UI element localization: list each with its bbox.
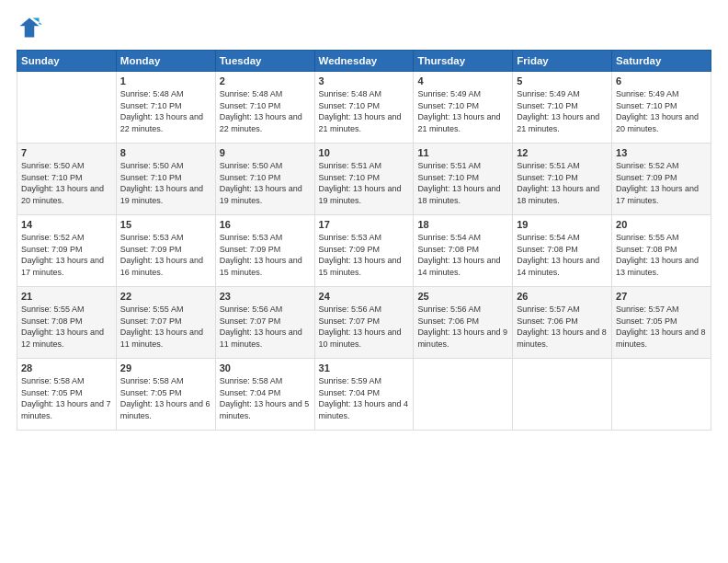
day-number: 3	[319, 75, 410, 86]
day-number: 19	[517, 219, 608, 230]
calendar-week-row: 1Sunrise: 5:48 AMSunset: 7:10 PMDaylight…	[17, 72, 711, 144]
day-number: 12	[517, 147, 608, 158]
day-number: 18	[417, 219, 508, 230]
calendar-cell: 15Sunrise: 5:53 AMSunset: 7:09 PMDayligh…	[116, 215, 215, 287]
day-info: Sunrise: 5:59 AMSunset: 7:04 PMDaylight:…	[319, 375, 410, 421]
day-number: 5	[517, 75, 608, 86]
day-number: 11	[417, 147, 508, 158]
day-number: 7	[21, 147, 112, 158]
day-info: Sunrise: 5:48 AMSunset: 7:10 PMDaylight:…	[220, 88, 311, 134]
svg-marker-0	[20, 18, 40, 38]
day-number: 4	[417, 75, 508, 86]
calendar-cell: 26Sunrise: 5:57 AMSunset: 7:06 PMDayligh…	[513, 287, 612, 359]
calendar-cell: 2Sunrise: 5:48 AMSunset: 7:10 PMDaylight…	[215, 72, 314, 144]
day-number: 16	[220, 219, 311, 230]
day-number: 30	[220, 362, 311, 373]
logo-icon	[17, 15, 42, 40]
calendar-cell: 5Sunrise: 5:49 AMSunset: 7:10 PMDaylight…	[513, 72, 612, 144]
logo	[17, 15, 46, 40]
weekday-header-cell: Friday	[513, 51, 612, 72]
calendar-cell: 14Sunrise: 5:52 AMSunset: 7:09 PMDayligh…	[17, 215, 117, 287]
calendar-cell: 25Sunrise: 5:56 AMSunset: 7:06 PMDayligh…	[414, 287, 513, 359]
calendar-cell: 13Sunrise: 5:52 AMSunset: 7:09 PMDayligh…	[612, 144, 711, 215]
day-info: Sunrise: 5:55 AMSunset: 7:08 PMDaylight:…	[21, 304, 112, 350]
day-info: Sunrise: 5:58 AMSunset: 7:05 PMDaylight:…	[21, 375, 112, 421]
calendar-week-row: 7Sunrise: 5:50 AMSunset: 7:10 PMDaylight…	[17, 144, 711, 215]
day-info: Sunrise: 5:52 AMSunset: 7:09 PMDaylight:…	[21, 232, 112, 278]
day-info: Sunrise: 5:53 AMSunset: 7:09 PMDaylight:…	[220, 232, 311, 278]
day-info: Sunrise: 5:56 AMSunset: 7:07 PMDaylight:…	[319, 304, 410, 350]
calendar-cell	[414, 359, 513, 431]
calendar-table: SundayMondayTuesdayWednesdayThursdayFrid…	[17, 50, 711, 431]
calendar-cell: 7Sunrise: 5:50 AMSunset: 7:10 PMDaylight…	[17, 144, 117, 215]
day-number: 17	[319, 219, 410, 230]
day-number: 29	[120, 362, 211, 373]
day-info: Sunrise: 5:53 AMSunset: 7:09 PMDaylight:…	[120, 232, 211, 278]
calendar-cell	[513, 359, 612, 431]
day-number: 25	[417, 291, 508, 302]
calendar-cell: 8Sunrise: 5:50 AMSunset: 7:10 PMDaylight…	[116, 144, 215, 215]
calendar-cell: 28Sunrise: 5:58 AMSunset: 7:05 PMDayligh…	[17, 359, 117, 431]
calendar-cell: 31Sunrise: 5:59 AMSunset: 7:04 PMDayligh…	[314, 359, 414, 431]
calendar-cell: 27Sunrise: 5:57 AMSunset: 7:05 PMDayligh…	[612, 287, 711, 359]
calendar-cell: 21Sunrise: 5:55 AMSunset: 7:08 PMDayligh…	[17, 287, 117, 359]
day-number: 9	[220, 147, 311, 158]
calendar-header: SundayMondayTuesdayWednesdayThursdayFrid…	[17, 51, 711, 72]
day-info: Sunrise: 5:52 AMSunset: 7:09 PMDaylight:…	[616, 160, 707, 206]
day-info: Sunrise: 5:55 AMSunset: 7:07 PMDaylight:…	[120, 304, 211, 350]
day-info: Sunrise: 5:50 AMSunset: 7:10 PMDaylight:…	[120, 160, 211, 206]
day-number: 2	[220, 75, 311, 86]
calendar-week-row: 14Sunrise: 5:52 AMSunset: 7:09 PMDayligh…	[17, 215, 711, 287]
weekday-header-cell: Thursday	[414, 51, 513, 72]
day-number: 13	[616, 147, 707, 158]
day-info: Sunrise: 5:54 AMSunset: 7:08 PMDaylight:…	[517, 232, 608, 278]
calendar-cell	[612, 359, 711, 431]
calendar-cell: 1Sunrise: 5:48 AMSunset: 7:10 PMDaylight…	[116, 72, 215, 144]
day-info: Sunrise: 5:58 AMSunset: 7:05 PMDaylight:…	[120, 375, 211, 421]
weekday-header-cell: Monday	[116, 51, 215, 72]
weekday-header-cell: Saturday	[612, 51, 711, 72]
day-info: Sunrise: 5:50 AMSunset: 7:10 PMDaylight:…	[220, 160, 311, 206]
day-number: 27	[616, 291, 707, 302]
calendar-week-row: 21Sunrise: 5:55 AMSunset: 7:08 PMDayligh…	[17, 287, 711, 359]
page: SundayMondayTuesdayWednesdayThursdayFrid…	[0, 0, 728, 563]
day-info: Sunrise: 5:51 AMSunset: 7:10 PMDaylight:…	[417, 160, 508, 206]
calendar-cell: 29Sunrise: 5:58 AMSunset: 7:05 PMDayligh…	[116, 359, 215, 431]
day-info: Sunrise: 5:57 AMSunset: 7:06 PMDaylight:…	[517, 304, 608, 350]
day-number: 22	[120, 291, 211, 302]
calendar-cell: 4Sunrise: 5:49 AMSunset: 7:10 PMDaylight…	[414, 72, 513, 144]
day-number: 8	[120, 147, 211, 158]
calendar-cell: 18Sunrise: 5:54 AMSunset: 7:08 PMDayligh…	[414, 215, 513, 287]
day-number: 1	[120, 75, 211, 86]
weekday-header-row: SundayMondayTuesdayWednesdayThursdayFrid…	[17, 51, 711, 72]
weekday-header-cell: Tuesday	[215, 51, 314, 72]
day-number: 28	[21, 362, 112, 373]
day-info: Sunrise: 5:56 AMSunset: 7:07 PMDaylight:…	[220, 304, 311, 350]
day-info: Sunrise: 5:50 AMSunset: 7:10 PMDaylight:…	[21, 160, 112, 206]
calendar-body: 1Sunrise: 5:48 AMSunset: 7:10 PMDaylight…	[17, 72, 711, 431]
calendar-cell: 10Sunrise: 5:51 AMSunset: 7:10 PMDayligh…	[314, 144, 414, 215]
day-number: 15	[120, 219, 211, 230]
calendar-cell: 3Sunrise: 5:48 AMSunset: 7:10 PMDaylight…	[314, 72, 414, 144]
weekday-header-cell: Sunday	[17, 51, 117, 72]
day-info: Sunrise: 5:49 AMSunset: 7:10 PMDaylight:…	[417, 88, 508, 134]
day-number: 20	[616, 219, 707, 230]
calendar-cell: 24Sunrise: 5:56 AMSunset: 7:07 PMDayligh…	[314, 287, 414, 359]
calendar-cell: 30Sunrise: 5:58 AMSunset: 7:04 PMDayligh…	[215, 359, 314, 431]
day-info: Sunrise: 5:55 AMSunset: 7:08 PMDaylight:…	[616, 232, 707, 278]
calendar-cell: 6Sunrise: 5:49 AMSunset: 7:10 PMDaylight…	[612, 72, 711, 144]
day-info: Sunrise: 5:48 AMSunset: 7:10 PMDaylight:…	[319, 88, 410, 134]
calendar-cell: 22Sunrise: 5:55 AMSunset: 7:07 PMDayligh…	[116, 287, 215, 359]
day-number: 6	[616, 75, 707, 86]
day-info: Sunrise: 5:49 AMSunset: 7:10 PMDaylight:…	[616, 88, 707, 134]
calendar-cell: 23Sunrise: 5:56 AMSunset: 7:07 PMDayligh…	[215, 287, 314, 359]
calendar-cell: 20Sunrise: 5:55 AMSunset: 7:08 PMDayligh…	[612, 215, 711, 287]
day-info: Sunrise: 5:57 AMSunset: 7:05 PMDaylight:…	[616, 304, 707, 350]
day-info: Sunrise: 5:48 AMSunset: 7:10 PMDaylight:…	[120, 88, 211, 134]
day-number: 14	[21, 219, 112, 230]
day-info: Sunrise: 5:51 AMSunset: 7:10 PMDaylight:…	[319, 160, 410, 206]
day-number: 26	[517, 291, 608, 302]
day-info: Sunrise: 5:56 AMSunset: 7:06 PMDaylight:…	[417, 304, 508, 350]
day-info: Sunrise: 5:53 AMSunset: 7:09 PMDaylight:…	[319, 232, 410, 278]
header	[17, 15, 711, 40]
